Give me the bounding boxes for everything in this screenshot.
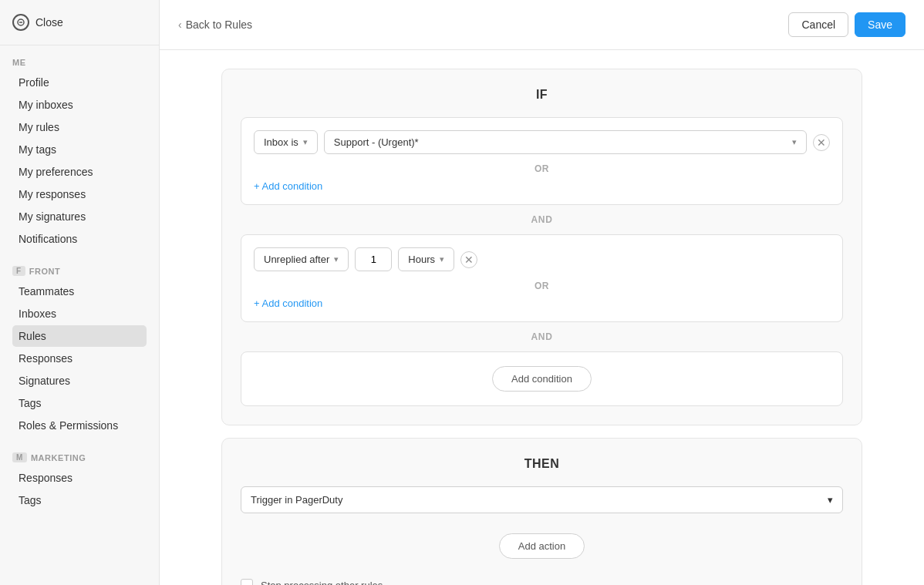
cancel-button[interactable]: Cancel xyxy=(788,12,848,37)
hours-dropdown[interactable]: Hours ▾ xyxy=(398,247,454,271)
add-action-box: Add action xyxy=(241,523,843,570)
close-label: Close xyxy=(35,16,63,29)
top-bar-actions: Cancel Save xyxy=(788,12,905,37)
stop-processing-label: Stop processing other rules xyxy=(261,580,383,586)
save-button[interactable]: Save xyxy=(855,12,905,37)
chevron-left-icon: ‹ xyxy=(178,18,182,31)
remove-condition-2-button[interactable]: ✕ xyxy=(460,251,477,268)
add-condition-2-link[interactable]: + Add condition xyxy=(254,298,830,309)
sidebar-item-profile[interactable]: Profile xyxy=(12,72,147,93)
remove-condition-1-button[interactable]: ✕ xyxy=(813,134,830,151)
action-row: Trigger in PagerDuty ▾ xyxy=(241,486,843,513)
chevron-down-icon: ▾ xyxy=(792,137,797,147)
chevron-down-icon: ▾ xyxy=(828,494,833,506)
main-content: ‹ Back to Rules Cancel Save IF Inbox is … xyxy=(160,0,924,585)
and-label-1: AND xyxy=(241,214,843,225)
front-section: F FRONT Teammates Inboxes Rules Response… xyxy=(0,254,159,440)
condition-group-1: Inbox is ▾ Support - (Urgent)* ▾ ✕ OR + … xyxy=(241,117,843,205)
sidebar-item-teammates[interactable]: Teammates xyxy=(12,281,147,302)
sidebar-item-signatures[interactable]: Signatures xyxy=(12,370,147,392)
sidebar-item-rules[interactable]: Rules xyxy=(12,325,147,347)
add-condition-box: Add condition xyxy=(241,351,843,406)
sidebar-item-my-tags[interactable]: My tags xyxy=(12,139,147,160)
close-icon xyxy=(12,14,29,31)
sidebar-item-my-signatures[interactable]: My signatures xyxy=(12,206,147,227)
sidebar-item-inboxes[interactable]: Inboxes xyxy=(12,303,147,324)
add-condition-button[interactable]: Add condition xyxy=(492,366,592,392)
action-dropdown[interactable]: Trigger in PagerDuty ▾ xyxy=(241,486,843,513)
sidebar: Close ME Profile My inboxes My rules My … xyxy=(0,0,160,585)
or-divider-1: OR xyxy=(254,163,830,174)
top-bar: ‹ Back to Rules Cancel Save xyxy=(160,0,924,50)
if-card: IF Inbox is ▾ Support - (Urgent)* ▾ ✕ xyxy=(221,69,862,425)
or-divider-2: OR xyxy=(254,281,830,291)
sidebar-item-roles-permissions[interactable]: Roles & Permissions xyxy=(12,415,147,436)
unreplied-number-input[interactable] xyxy=(355,247,392,271)
sidebar-item-my-rules[interactable]: My rules xyxy=(12,116,147,138)
content-area: IF Inbox is ▾ Support - (Urgent)* ▾ ✕ xyxy=(160,50,924,585)
condition-row-1: Inbox is ▾ Support - (Urgent)* ▾ ✕ xyxy=(254,130,830,154)
me-section: ME Profile My inboxes My rules My tags M… xyxy=(0,45,159,254)
chevron-down-icon: ▾ xyxy=(440,254,444,264)
chevron-down-icon: ▾ xyxy=(303,137,308,147)
then-title: THEN xyxy=(241,457,843,471)
sidebar-item-responses[interactable]: Responses xyxy=(12,348,147,369)
stop-processing-row: Stop processing other rules xyxy=(241,570,843,585)
sidebar-item-tags[interactable]: Tags xyxy=(12,392,147,414)
and-label-2: AND xyxy=(241,331,843,342)
inbox-is-dropdown[interactable]: Inbox is ▾ xyxy=(254,130,318,154)
if-title: IF xyxy=(241,88,843,102)
stop-processing-checkbox[interactable] xyxy=(241,579,253,585)
sidebar-item-marketing-responses[interactable]: Responses xyxy=(12,467,147,489)
add-condition-1-link[interactable]: + Add condition xyxy=(254,180,830,192)
chevron-down-icon: ▾ xyxy=(334,254,339,264)
me-section-label: ME xyxy=(12,58,147,67)
sidebar-item-marketing-tags[interactable]: Tags xyxy=(12,489,147,511)
unreplied-after-dropdown[interactable]: Unreplied after ▾ xyxy=(254,247,349,271)
back-to-rules-link[interactable]: ‹ Back to Rules xyxy=(178,18,252,31)
sidebar-item-my-preferences[interactable]: My preferences xyxy=(12,161,147,183)
inbox-value-dropdown[interactable]: Support - (Urgent)* ▾ xyxy=(324,130,807,154)
marketing-section-label: M MARKETING xyxy=(12,452,147,462)
sidebar-item-notifications[interactable]: Notifications xyxy=(12,228,147,250)
then-card: THEN Trigger in PagerDuty ▾ Add action S… xyxy=(221,438,862,585)
marketing-section: M MARKETING Responses Tags xyxy=(0,440,159,515)
add-action-button[interactable]: Add action xyxy=(499,533,585,559)
sidebar-item-my-inboxes[interactable]: My inboxes xyxy=(12,94,147,116)
close-icon: ✕ xyxy=(464,254,474,266)
close-button[interactable]: Close xyxy=(0,0,159,45)
sidebar-item-my-responses[interactable]: My responses xyxy=(12,183,147,205)
front-section-label: F FRONT xyxy=(12,266,147,276)
close-icon: ✕ xyxy=(817,136,826,149)
condition-row-2: Unreplied after ▾ Hours ▾ ✕ xyxy=(254,247,830,271)
condition-group-2: Unreplied after ▾ Hours ▾ ✕ OR + Add con… xyxy=(241,234,843,322)
